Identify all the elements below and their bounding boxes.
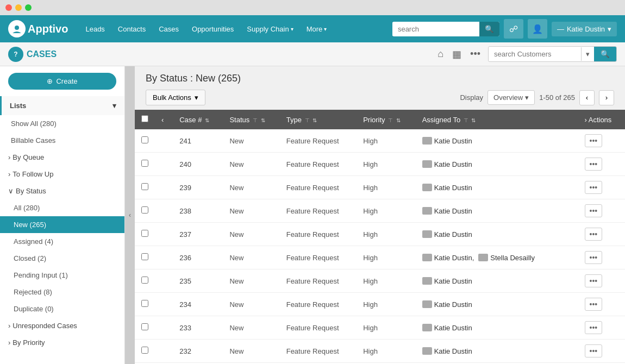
sidebar-item-all[interactable]: All (280): [0, 199, 124, 216]
row-action-button[interactable]: •••: [585, 181, 603, 194]
row-action-button[interactable]: •••: [585, 251, 603, 264]
select-all-checkbox[interactable]: [141, 115, 148, 122]
assigned-name: Katie Dustin: [434, 184, 472, 192]
row-nav-cell: [155, 129, 173, 153]
row-action-button[interactable]: •••: [585, 344, 603, 357]
sidebar-item-assigned[interactable]: Assigned (4): [0, 233, 124, 250]
row-checkbox[interactable]: [141, 160, 148, 167]
user-menu-button[interactable]: — Katie Dustin ▾: [552, 22, 617, 36]
assigned-name-2: Stella Desailly: [490, 254, 535, 262]
row-action-button[interactable]: •••: [585, 134, 603, 147]
sidebar-group-by-priority[interactable]: › By Priority: [0, 334, 124, 351]
row-action-button[interactable]: •••: [585, 228, 603, 241]
top-search-button[interactable]: 🔍: [479, 22, 499, 36]
row-nav-cell: [155, 153, 173, 176]
sidebar-group-to-follow-up[interactable]: › To Follow Up: [0, 166, 124, 183]
header-priority[interactable]: Priority ⊤ ⇅: [357, 110, 415, 129]
row-checkbox-cell: [135, 269, 155, 293]
nav-links: Leads Contacts Cases Opportunities Suppl…: [79, 15, 392, 42]
row-checkbox[interactable]: [141, 300, 148, 307]
by-status-arrow: ∨: [8, 187, 14, 195]
sidebar-item-new[interactable]: New (265): [0, 216, 124, 233]
home-icon-button[interactable]: ⌂: [435, 46, 446, 62]
lists-section-header[interactable]: Lists ▾: [0, 96, 124, 115]
nav-cases[interactable]: Cases: [152, 15, 185, 42]
assigned-to-cell: Katie Dustin: [416, 153, 563, 176]
user-name-label: Katie Dustin: [567, 25, 605, 33]
header-case-num[interactable]: Case # ⇅: [173, 110, 223, 129]
sidebar-item-pending[interactable]: Pending Input (1): [0, 267, 124, 284]
row-checkbox[interactable]: [141, 323, 148, 330]
status-filter-icon: ⊤: [253, 117, 258, 123]
messages-icon-button[interactable]: ☍: [504, 19, 523, 39]
status-cell: New: [223, 153, 279, 176]
header-assigned-to[interactable]: Assigned To ⊤ ⇅: [416, 110, 563, 129]
table-row: 237 New Feature Request High Katie Dusti…: [135, 223, 625, 246]
create-button[interactable]: ⊕ Create: [8, 73, 116, 90]
assigned-name: Katie Dustin: [434, 207, 472, 215]
pagination-next[interactable]: ›: [599, 90, 614, 105]
logo-text: Apptivo: [28, 23, 68, 35]
sidebar-group-unresponded[interactable]: › Unresponded Cases: [0, 317, 124, 334]
actions-cell: •••: [578, 223, 626, 246]
row-checkbox[interactable]: [141, 347, 148, 354]
nav-opportunities[interactable]: Opportunities: [185, 15, 240, 42]
row-checkbox[interactable]: [141, 277, 148, 284]
type-cell: Feature Request: [280, 199, 357, 223]
display-dropdown[interactable]: Overview ▾: [488, 90, 535, 105]
customer-search-input[interactable]: [489, 47, 581, 61]
nav-supply-chain[interactable]: Supply Chain ▾: [240, 15, 299, 42]
chart-icon-button[interactable]: ▦: [450, 46, 464, 62]
row-action-button[interactable]: •••: [585, 298, 603, 311]
assigned-to-cell: Katie Dustin: [416, 129, 563, 153]
sidebar-group-by-queue[interactable]: › By Queue: [0, 149, 124, 166]
row-nav-cell: [155, 340, 173, 363]
contacts-icon-button[interactable]: 👤: [528, 19, 547, 39]
more-options-button[interactable]: •••: [468, 46, 483, 62]
header-type[interactable]: Type ⊤ ⇅: [280, 110, 357, 129]
row-checkbox[interactable]: [141, 206, 148, 214]
actions-cell: •••: [578, 340, 626, 363]
sidebar: ⊕ Create Lists ▾ Show All (280) Billable…: [0, 66, 125, 364]
expand-cell: [562, 269, 578, 293]
close-dot[interactable]: [5, 4, 12, 11]
maximize-dot[interactable]: [25, 4, 32, 11]
avatar-icon: [422, 207, 432, 215]
pagination-prev[interactable]: ‹: [579, 90, 595, 105]
sidebar-item-rejected[interactable]: Rejected (8): [0, 284, 124, 300]
top-search-input[interactable]: [392, 22, 479, 36]
sidebar-item-closed[interactable]: Closed (2): [0, 250, 124, 267]
row-checkbox[interactable]: [141, 230, 148, 237]
case-number-cell: 240: [173, 153, 223, 176]
priority-cell: High: [357, 246, 415, 269]
row-action-button[interactable]: •••: [585, 321, 603, 334]
nav-more[interactable]: More ▾: [300, 15, 334, 42]
header-status[interactable]: Status ⊤ ⇅: [223, 110, 279, 129]
sidebar-group-by-status[interactable]: ∨ By Status: [0, 183, 124, 199]
customer-search-dropdown[interactable]: ▾: [581, 47, 594, 61]
minimize-dot[interactable]: [15, 4, 22, 11]
row-action-button[interactable]: •••: [585, 158, 603, 171]
row-action-button[interactable]: •••: [585, 274, 603, 287]
row-checkbox-cell: [135, 316, 155, 340]
sidebar-item-billable[interactable]: Billable Cases: [0, 132, 124, 149]
actions-cell: •••: [578, 293, 626, 316]
customer-search-button[interactable]: 🔍: [594, 47, 616, 61]
content-area: By Status : New (265) Bulk Actions ▾ Dis…: [135, 66, 625, 364]
header-checkbox[interactable]: [135, 110, 155, 129]
bulk-actions-button[interactable]: Bulk Actions ▾: [146, 90, 205, 105]
sidebar-collapse-handle[interactable]: ‹: [125, 66, 135, 364]
row-checkbox[interactable]: [141, 183, 148, 190]
row-checkbox[interactable]: [141, 253, 148, 260]
sidebar-item-show-all[interactable]: Show All (280): [0, 115, 124, 132]
assigned-to-cell: Katie Dustin: [416, 176, 563, 199]
nav-contacts[interactable]: Contacts: [111, 15, 152, 42]
cases-title-text: CASES: [27, 49, 57, 59]
row-action-button[interactable]: •••: [585, 204, 603, 217]
create-plus-icon: ⊕: [47, 77, 53, 85]
sidebar-item-duplicate[interactable]: Duplicate (0): [0, 300, 124, 317]
row-checkbox-cell: [135, 293, 155, 316]
row-checkbox[interactable]: [141, 136, 148, 143]
nav-leads[interactable]: Leads: [79, 15, 111, 42]
header-actions: › Actions: [578, 110, 626, 129]
